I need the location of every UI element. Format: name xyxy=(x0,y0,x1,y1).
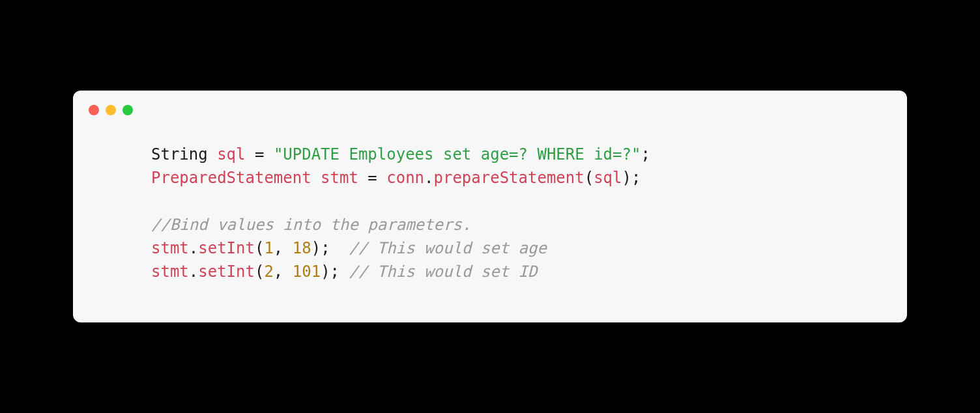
number-literal: 18 xyxy=(293,239,311,257)
dot: . xyxy=(189,263,198,281)
comment: //Bind values into the parameters. xyxy=(151,216,471,234)
operator: = xyxy=(358,169,386,187)
close-icon[interactable] xyxy=(89,105,99,115)
method-call: setInt xyxy=(198,263,255,281)
keyword-type: String xyxy=(151,145,208,164)
number-literal: 1 xyxy=(264,239,273,257)
semicolon: ; xyxy=(330,263,339,281)
code-content: String sql = "UPDATE Employees set age=?… xyxy=(73,115,907,283)
code-window: String sql = "UPDATE Employees set age=?… xyxy=(73,91,907,322)
semicolon: ; xyxy=(641,145,650,164)
dot: . xyxy=(424,169,433,187)
paren-close: ) xyxy=(321,263,330,281)
paren-close: ) xyxy=(622,169,631,187)
class-name: PreparedStatement xyxy=(151,169,311,187)
code-line: stmt.setInt(1, 18); // This would set ag… xyxy=(151,239,547,257)
string-literal: "UPDATE Employees set age=? WHERE id=?" xyxy=(274,145,641,164)
paren-open: ( xyxy=(255,263,264,281)
comma: , xyxy=(274,263,293,281)
argument: sql xyxy=(594,169,622,187)
window-titlebar xyxy=(73,91,907,115)
variable: sql xyxy=(217,145,245,164)
comment: // This would set age xyxy=(349,239,546,257)
paren-open: ( xyxy=(584,169,594,187)
number-literal: 101 xyxy=(293,263,321,281)
object-ref: stmt xyxy=(151,263,189,281)
paren-close: ) xyxy=(311,239,321,257)
method-call: prepareStatement xyxy=(434,169,584,187)
variable: stmt xyxy=(321,169,358,187)
paren-open: ( xyxy=(255,239,264,257)
code-line: PreparedStatement stmt = conn.prepareSta… xyxy=(151,169,641,187)
comma: , xyxy=(274,239,293,257)
semicolon: ; xyxy=(631,169,641,187)
object-ref: stmt xyxy=(151,239,189,257)
semicolon: ; xyxy=(321,239,330,257)
comment: // This would set ID xyxy=(349,263,537,281)
code-line: //Bind values into the parameters. xyxy=(151,216,471,234)
maximize-icon[interactable] xyxy=(122,105,133,115)
dot: . xyxy=(189,239,198,257)
code-line: stmt.setInt(2, 101); // This would set I… xyxy=(151,263,537,281)
minimize-icon[interactable] xyxy=(106,105,116,115)
method-call: setInt xyxy=(198,239,255,257)
operator: = xyxy=(246,145,274,164)
number-literal: 2 xyxy=(264,263,273,281)
code-line: String sql = "UPDATE Employees set age=?… xyxy=(151,145,650,164)
object-ref: conn xyxy=(386,169,424,187)
